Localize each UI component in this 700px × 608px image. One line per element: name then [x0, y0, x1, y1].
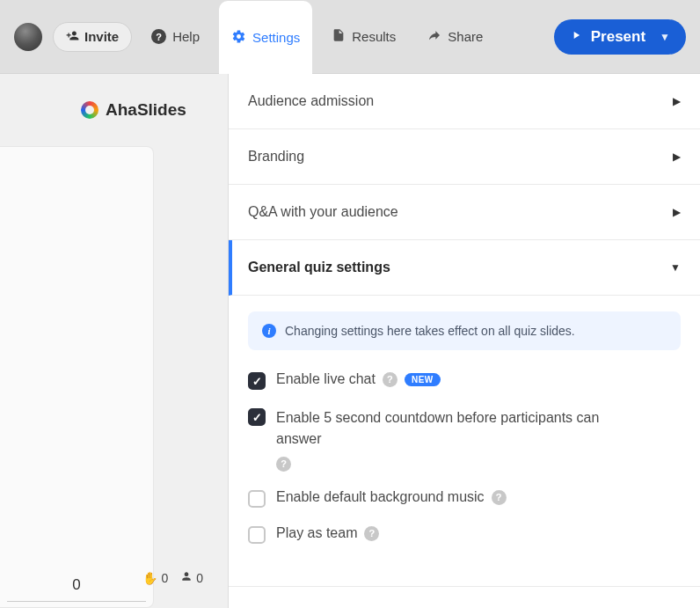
chevron-down-icon: ▼ — [670, 261, 681, 274]
checkbox-team[interactable] — [248, 526, 266, 544]
help-tooltip-icon[interactable]: ? — [492, 490, 507, 505]
option-team: Play as team ? — [248, 525, 681, 544]
section-title: Audience admission — [248, 93, 374, 109]
content: AhaSlides 0 ✋ 0 0 Audience admission ▶ B… — [0, 74, 700, 608]
tab-settings[interactable]: Settings — [219, 1, 312, 75]
option-label: Enable 5 second countdown before partici… — [276, 407, 628, 450]
invite-label: Invite — [84, 29, 119, 44]
tab-results[interactable]: Results — [319, 0, 408, 74]
section-language[interactable]: Language ▶ — [229, 587, 700, 608]
help-tooltip-icon[interactable]: ? — [276, 457, 291, 472]
brand-logo-icon — [81, 101, 98, 119]
topbar: Invite ? Help Settings Results Share Pre… — [0, 0, 700, 74]
document-icon — [332, 28, 346, 45]
present-label: Present — [591, 28, 645, 46]
footer-stats: ✋ 0 0 — [142, 570, 203, 585]
people-stat: 0 — [180, 570, 203, 585]
help-tooltip-icon[interactable]: ? — [364, 526, 379, 541]
new-badge: NEW — [405, 373, 441, 386]
section-qa[interactable]: Q&A with your audience ▶ — [229, 185, 700, 240]
play-icon — [570, 28, 582, 46]
option-countdown: Enable 5 second countdown before partici… — [248, 407, 681, 472]
chevron-down-icon: ▼ — [660, 31, 670, 43]
settings-panel: Audience admission ▶ Branding ▶ Q&A with… — [229, 74, 700, 608]
checkbox-live-chat[interactable] — [248, 372, 266, 390]
chevron-right-icon: ▶ — [673, 150, 681, 163]
section-title: Q&A with your audience — [248, 204, 398, 220]
section-branding[interactable]: Branding ▶ — [229, 129, 700, 185]
avatar[interactable] — [14, 23, 42, 51]
invite-button[interactable]: Invite — [53, 22, 132, 52]
section-title: General quiz settings — [248, 260, 390, 275]
tab-label: Results — [352, 29, 396, 44]
section-general-quiz[interactable]: General quiz settings ▼ — [229, 240, 700, 296]
option-live-chat: Enable live chat ? NEW — [248, 371, 681, 390]
section-title: Branding — [248, 149, 304, 165]
hand-icon: ✋ — [142, 571, 157, 585]
help-icon: ? — [151, 29, 166, 44]
slide-count: 0 — [7, 576, 146, 602]
help-tooltip-icon[interactable]: ? — [383, 372, 397, 387]
section-general-quiz-body: i Changing settings here takes effect on… — [229, 296, 700, 587]
person-icon — [180, 570, 193, 585]
brand: AhaSlides — [0, 74, 228, 137]
sidebar: AhaSlides 0 ✋ 0 0 — [0, 74, 229, 608]
brand-name: AhaSlides — [106, 100, 186, 120]
section-audience-admission[interactable]: Audience admission ▶ — [229, 74, 700, 129]
gear-icon — [231, 29, 246, 47]
option-label: Enable default background music — [276, 489, 485, 505]
tab-label: Share — [448, 29, 483, 44]
present-button[interactable]: Present ▼ — [554, 19, 686, 55]
option-bg-music: Enable default background music ? — [248, 489, 681, 508]
info-text: Changing settings here takes effect on a… — [285, 324, 575, 338]
info-icon: i — [262, 324, 276, 338]
chevron-right-icon: ▶ — [673, 95, 681, 107]
hands-stat: ✋ 0 — [142, 570, 168, 585]
help-label: Help — [172, 29, 200, 44]
help-nav[interactable]: ? Help — [139, 0, 212, 74]
tab-share[interactable]: Share — [415, 0, 495, 74]
checkbox-bg-music[interactable] — [248, 490, 266, 508]
option-label: Enable live chat — [276, 371, 376, 387]
info-box: i Changing settings here takes effect on… — [248, 311, 681, 350]
slide-panel: 0 — [0, 146, 154, 608]
option-label: Play as team — [276, 525, 357, 541]
checkbox-countdown[interactable] — [248, 408, 266, 426]
tab-label: Settings — [252, 30, 300, 45]
person-plus-icon — [66, 29, 79, 45]
share-icon — [427, 28, 441, 45]
chevron-right-icon: ▶ — [673, 206, 681, 218]
